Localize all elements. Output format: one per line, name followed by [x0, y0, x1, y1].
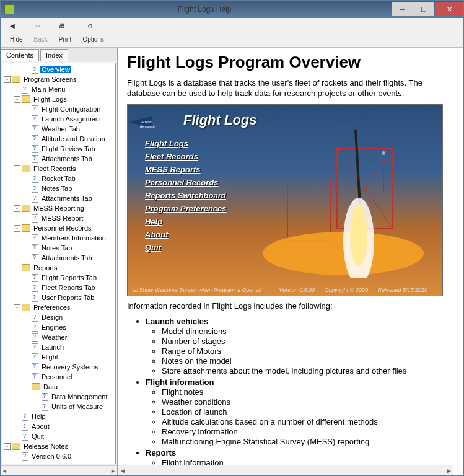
tree-scrollbar[interactable]: ◄► [1, 465, 117, 475]
tree-topic[interactable]: Version 0.6.0 [4, 451, 114, 461]
tree-topic[interactable]: Altitude and Duration [4, 134, 114, 144]
minimize-button[interactable]: ─ [392, 2, 413, 16]
tree-topic[interactable]: About [4, 421, 114, 431]
tree-topic[interactable]: Members Information [4, 233, 114, 243]
tree-topic[interactable]: Notes Tab [4, 183, 114, 193]
tree-label[interactable]: Altitude and Duration [40, 135, 107, 143]
tree-topic[interactable]: Notes Tab [4, 243, 114, 253]
tree-topic[interactable]: Rocket Tab [4, 174, 114, 183]
tree-folder[interactable]: -MESS Reporting [4, 203, 114, 213]
tree-label[interactable]: Notes Tab [40, 244, 73, 252]
tree-label[interactable]: Design [40, 314, 64, 321]
tree-label[interactable]: Program Screens [22, 76, 78, 83]
tree-label[interactable]: Launch Assignment [40, 115, 102, 123]
close-button[interactable]: ✕ [435, 2, 463, 16]
tree-topic[interactable]: Weather Tab [4, 124, 114, 134]
tree-toggle[interactable]: - [14, 165, 20, 172]
tree-label[interactable]: Personnel Records [32, 224, 93, 232]
tree-label[interactable]: Data [42, 383, 59, 390]
tree-label[interactable]: About [30, 423, 51, 430]
tree-toggle[interactable]: - [24, 384, 30, 390]
tree-folder[interactable]: -Flight Logs [4, 94, 114, 104]
tree-toggle[interactable]: - [14, 304, 20, 311]
tree-label[interactable]: Quit [30, 433, 45, 440]
tree-topic[interactable]: Help [4, 412, 114, 421]
tree-label[interactable]: Version 0.6.0 [30, 452, 72, 460]
tree-topic[interactable]: Flight [4, 352, 114, 362]
topic-tree[interactable]: Overview-Program ScreensMain Menu-Flight… [2, 63, 116, 464]
tree-label[interactable]: Rocket Tab [40, 175, 77, 182]
tree-topic[interactable]: Overview [4, 64, 114, 74]
tree-label[interactable]: User Reports Tab [40, 294, 95, 301]
tree-folder[interactable]: -Personnel Records [4, 223, 114, 233]
tree-label[interactable]: Main Menu [30, 86, 66, 93]
tree-label[interactable]: MESS Reporting [32, 205, 85, 212]
hide-button[interactable]: ◀Hide [4, 19, 28, 46]
tree-toggle[interactable]: - [14, 205, 20, 212]
tree-topic[interactable]: Personnel [4, 372, 114, 382]
tree-topic[interactable]: Launch [4, 342, 114, 352]
tree-topic[interactable]: Main Menu [4, 84, 114, 94]
tree-label[interactable]: Launch [40, 343, 65, 351]
tree-folder[interactable]: -Data [4, 382, 114, 392]
tree-topic[interactable]: Attachments Tab [4, 193, 114, 203]
tree-topic[interactable]: Attachments Tab [4, 154, 114, 164]
content-pane[interactable]: Flight Logs Program Overview Flight Logs… [118, 48, 463, 475]
tree-topic[interactable]: Weather [4, 332, 114, 342]
tree-topic[interactable]: MESS Report [4, 213, 114, 223]
tree-folder[interactable]: -Preferences [4, 302, 114, 312]
tree-label[interactable]: Flight [40, 353, 59, 361]
tree-folder[interactable]: -Reports [4, 263, 114, 273]
tree-label[interactable]: Flight Reports Tab [40, 274, 98, 281]
tree-toggle[interactable]: - [4, 76, 11, 83]
tree-label[interactable]: Attachments Tab [40, 155, 94, 162]
tree-label[interactable]: Flight Logs [32, 95, 68, 103]
tree-topic[interactable]: Flight Configuration [4, 104, 114, 114]
tree-topic[interactable]: Quit [4, 431, 114, 441]
tree-folder[interactable]: -Release Notes [4, 441, 114, 451]
tree-label[interactable]: Help [30, 413, 47, 420]
tree-label[interactable]: Data Management [50, 393, 109, 400]
tree-folder[interactable]: -Fleet Records [4, 164, 114, 174]
tree-label[interactable]: MESS Report [40, 214, 84, 222]
tree-label[interactable]: Attachments Tab [40, 254, 94, 262]
tree-label[interactable]: Fleet Records [32, 165, 77, 172]
tree-topic[interactable]: Recovery Systems [4, 362, 114, 372]
tree-topic[interactable]: Flight Reports Tab [4, 273, 114, 283]
tree-toggle[interactable]: - [14, 96, 20, 103]
tree-topic[interactable]: Data Management [4, 392, 114, 402]
tree-toggle[interactable]: - [4, 443, 11, 450]
tab-contents[interactable]: Contents [1, 49, 39, 61]
tab-index[interactable]: Index [40, 49, 68, 61]
tree-toggle[interactable]: - [14, 265, 20, 271]
tree-label[interactable]: Notes Tab [40, 185, 73, 192]
tree-label[interactable]: Reports [32, 264, 59, 271]
tree-topic[interactable]: Engines [4, 322, 114, 332]
tree-label[interactable]: Personnel [40, 373, 74, 381]
tree-toggle[interactable]: - [14, 225, 20, 232]
tree-label[interactable]: Weather Tab [40, 125, 81, 133]
tree-label[interactable]: Flight Review Tab [40, 145, 97, 152]
tree-label[interactable]: Release Notes [22, 443, 69, 450]
tree-folder[interactable]: -Program Screens [4, 74, 114, 84]
tree-label[interactable]: Flight Configuration [40, 105, 102, 113]
tree-label[interactable]: Attachments Tab [40, 195, 94, 202]
tree-topic[interactable]: Flight Review Tab [4, 144, 114, 154]
options-button[interactable]: ⚙Options [77, 19, 109, 46]
tree-topic[interactable]: User Reports Tab [4, 293, 114, 302]
tree-label[interactable]: Fleet Reports Tab [40, 284, 97, 291]
tree-topic[interactable]: Design [4, 312, 114, 322]
tree-label[interactable]: Weather [40, 333, 68, 341]
maximize-button[interactable]: ☐ [413, 2, 434, 16]
tree-topic[interactable]: Launch Assignment [4, 114, 114, 124]
tree-label[interactable]: Overview [40, 66, 71, 73]
tree-label[interactable]: Recovery Systems [40, 363, 100, 371]
tree-topic[interactable]: Attachments Tab [4, 253, 114, 263]
tree-label[interactable]: Engines [40, 324, 68, 331]
tree-label[interactable]: Members Information [40, 234, 107, 242]
tree-topic[interactable]: Fleet Reports Tab [4, 283, 114, 293]
tree-topic[interactable]: Units of Measure [4, 402, 114, 412]
tree-label[interactable]: Units of Measure [50, 403, 104, 410]
content-scrollbar[interactable]: ◄► [118, 465, 453, 475]
print-button[interactable]: 🖶Print [53, 19, 77, 46]
